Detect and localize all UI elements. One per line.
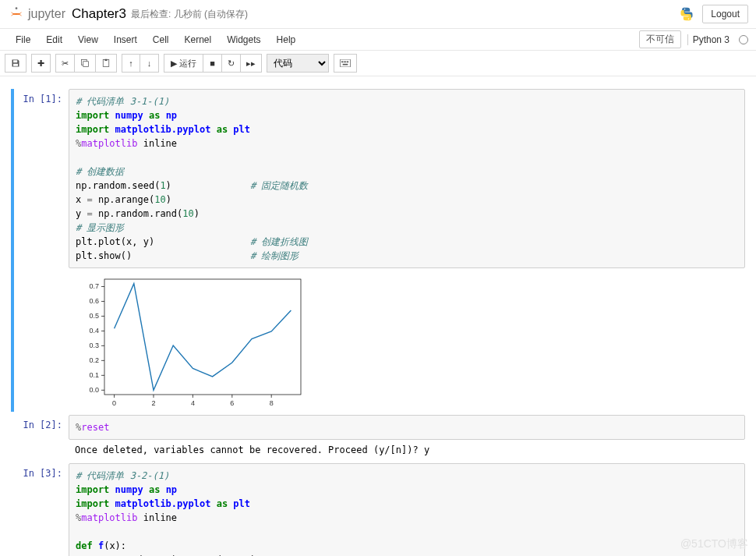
notebook-header: jupyter Chapter3 最后检查: 几秒前 (自动保存) Logout: [0, 0, 756, 29]
svg-text:0.5: 0.5: [89, 312, 99, 320]
notebook-name[interactable]: Chapter3: [72, 6, 126, 22]
save-status: 最后检查: 几秒前 (自动保存): [131, 8, 248, 21]
svg-point-2: [688, 18, 690, 19]
watermark: @51CTO博客: [680, 537, 748, 551]
trust-indicator[interactable]: 不可信: [639, 30, 681, 48]
menu-view[interactable]: View: [70, 30, 106, 49]
menu-cell[interactable]: Cell: [145, 30, 177, 49]
svg-point-0: [16, 7, 18, 9]
plus-icon: ✚: [37, 58, 44, 69]
svg-text:4: 4: [191, 399, 195, 407]
kernel-name[interactable]: Python 3: [687, 34, 734, 45]
output-chart: 0.00.10.20.30.40.50.60.702468: [75, 271, 745, 412]
code-input[interactable]: %reset: [69, 415, 745, 440]
line-chart: 0.00.10.20.30.40.50.60.702468: [75, 271, 309, 412]
svg-rect-10: [347, 62, 349, 63]
svg-rect-7: [340, 59, 350, 67]
code-input[interactable]: # 代码清单 3-1-(1) import numpy as np import…: [69, 89, 745, 268]
python-icon: [679, 6, 694, 22]
input-prompt: In [3]:: [14, 463, 69, 556]
menu-help[interactable]: Help: [269, 30, 304, 49]
run-button[interactable]: ▶ 运行: [164, 54, 203, 73]
save-button[interactable]: [5, 54, 26, 73]
command-palette-button[interactable]: [334, 54, 357, 73]
svg-text:0.3: 0.3: [89, 342, 99, 349]
svg-rect-11: [343, 64, 348, 66]
svg-point-1: [684, 9, 686, 10]
menu-edit[interactable]: Edit: [38, 30, 70, 49]
svg-text:0.6: 0.6: [89, 297, 99, 305]
copy-button[interactable]: [75, 54, 96, 73]
svg-text:2: 2: [151, 399, 155, 407]
svg-rect-8: [341, 62, 344, 63]
add-cell-button[interactable]: ✚: [31, 54, 51, 73]
svg-text:0.2: 0.2: [89, 356, 99, 364]
svg-text:0: 0: [112, 399, 116, 407]
code-input[interactable]: # 代码清单 3-2-(1) import numpy as np import…: [69, 463, 745, 556]
svg-text:0.7: 0.7: [89, 282, 99, 290]
restart-button[interactable]: ↻: [222, 54, 241, 73]
svg-rect-9: [344, 62, 346, 63]
svg-text:8: 8: [270, 399, 274, 407]
fast-forward-icon: ▸▸: [246, 58, 256, 69]
paste-button[interactable]: [96, 54, 117, 73]
code-cell[interactable]: In [3]: # 代码清单 3-2-(1) import numpy as n…: [11, 463, 745, 556]
arrow-down-icon: ↓: [147, 58, 152, 68]
svg-text:0.1: 0.1: [89, 371, 99, 379]
logout-button[interactable]: Logout: [702, 5, 748, 23]
menu-widgets[interactable]: Widgets: [219, 30, 268, 49]
code-cell[interactable]: In [2]: %reset Once deleted, variables c…: [11, 415, 745, 460]
menu-insert[interactable]: Insert: [106, 30, 145, 49]
jupyter-icon: [8, 5, 25, 23]
arrow-up-icon: ↑: [129, 58, 133, 68]
svg-rect-6: [105, 59, 108, 61]
move-down-button[interactable]: ↓: [140, 54, 159, 73]
move-up-button[interactable]: ↑: [122, 54, 140, 73]
svg-text:0.0: 0.0: [89, 386, 99, 394]
cut-button[interactable]: ✂: [55, 54, 75, 73]
menu-file[interactable]: File: [8, 30, 38, 49]
svg-rect-12: [104, 279, 301, 395]
stop-icon: ■: [210, 58, 215, 68]
jupyter-logo[interactable]: jupyter: [8, 5, 65, 23]
code-cell[interactable]: In [1]: # 代码清单 3-1-(1) import numpy as n…: [11, 89, 745, 412]
svg-text:6: 6: [230, 399, 234, 407]
brand-text: jupyter: [28, 7, 65, 21]
scissors-icon: ✂: [62, 58, 69, 69]
cell-type-select[interactable]: 代码: [267, 54, 329, 73]
menubar: File Edit View Insert Cell Kernel Widget…: [0, 29, 756, 51]
stop-button[interactable]: ■: [203, 54, 222, 73]
run-icon: ▶: [171, 58, 177, 69]
notebook-container: In [1]: # 代码清单 3-1-(1) import numpy as n…: [0, 76, 756, 556]
toolbar: ✚ ✂ ↑ ↓ ▶ 运行 ■ ↻ ▸▸ 代码: [0, 51, 756, 76]
svg-rect-4: [83, 62, 89, 67]
menu-kernel[interactable]: Kernel: [177, 30, 220, 49]
restart-run-button[interactable]: ▸▸: [241, 54, 262, 73]
output-text: Once deleted, variables cannot be recove…: [69, 440, 745, 460]
input-prompt: In [1]:: [14, 89, 69, 412]
kernel-idle-icon: [739, 35, 748, 44]
svg-text:0.4: 0.4: [89, 327, 99, 335]
restart-icon: ↻: [228, 58, 235, 69]
input-prompt: In [2]:: [14, 415, 69, 460]
